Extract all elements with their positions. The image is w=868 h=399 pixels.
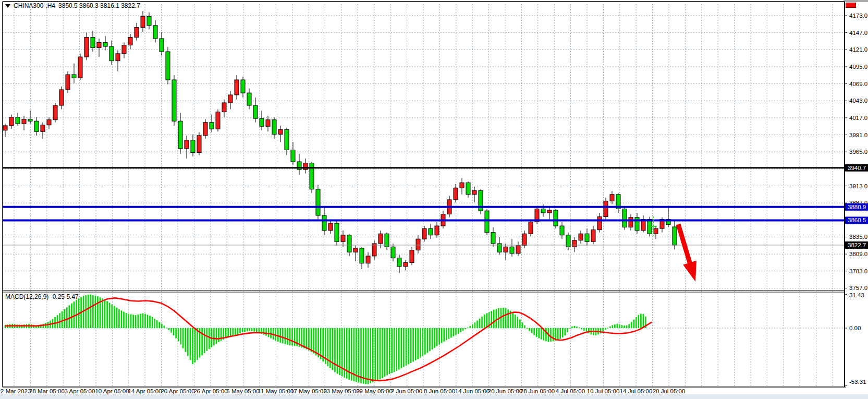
svg-text:5 May 05:00: 5 May 05:00 (226, 388, 259, 394)
price-chart-canvas[interactable]: 4173.04147.04121.04095.04069.04043.04017… (0, 0, 868, 399)
chart-ohlc-values: 3850.5 3860.3 3816.1 3822.7 (58, 2, 140, 9)
svg-text:4017.0: 4017.0 (849, 115, 867, 121)
svg-text:3880.9: 3880.9 (848, 204, 866, 210)
svg-text:3991.0: 3991.0 (849, 132, 867, 138)
svg-text:14 Jun 05:00: 14 Jun 05:00 (455, 388, 490, 394)
svg-text:20 Jun 05:00: 20 Jun 05:00 (488, 388, 523, 394)
svg-text:4147.0: 4147.0 (849, 30, 867, 36)
svg-text:3822.7: 3822.7 (848, 242, 866, 248)
svg-text:4173.0: 4173.0 (849, 13, 867, 19)
svg-text:3809.0: 3809.0 (849, 251, 867, 257)
svg-text:3783.0: 3783.0 (849, 268, 867, 274)
svg-text:0.00: 0.00 (849, 325, 861, 331)
symbol-dropdown-icon[interactable] (5, 4, 10, 8)
macd-indicator-label: MACD(12,26,9) -0.25 5.47 (5, 293, 79, 300)
svg-text:31.43: 31.43 (849, 292, 864, 298)
svg-text:3965.0: 3965.0 (849, 149, 867, 155)
svg-text:3913.0: 3913.0 (849, 183, 867, 189)
svg-text:4069.0: 4069.0 (849, 81, 867, 87)
svg-text:28 Jun 05:00: 28 Jun 05:00 (520, 388, 555, 394)
svg-text:23 May 05:00: 23 May 05:00 (323, 388, 360, 394)
svg-text:10 Apr 05:00: 10 Apr 05:00 (95, 388, 129, 394)
chart-title-bar: CHINA300-,H4 3850.5 3860.3 3816.1 3822.7 (5, 2, 140, 9)
svg-text:4121.0: 4121.0 (849, 46, 867, 53)
svg-text:20 Jul 05:00: 20 Jul 05:00 (653, 388, 686, 394)
svg-text:3940.7: 3940.7 (848, 165, 866, 171)
svg-text:20 Apr 05:00: 20 Apr 05:00 (161, 388, 194, 394)
svg-text:14 Jul 05:00: 14 Jul 05:00 (620, 388, 653, 394)
svg-text:26 Apr 05:00: 26 Apr 05:00 (193, 388, 227, 394)
svg-text:3757.0: 3757.0 (849, 285, 867, 291)
svg-text:3 Apr 05:00: 3 Apr 05:00 (65, 388, 95, 394)
svg-text:4043.0: 4043.0 (849, 98, 867, 104)
svg-text:14 Apr 05:00: 14 Apr 05:00 (128, 388, 162, 394)
svg-text:29 May 05:00: 29 May 05:00 (356, 388, 393, 394)
svg-text:4095.0: 4095.0 (849, 64, 867, 70)
svg-text:2 Jun 05:00: 2 Jun 05:00 (391, 388, 422, 394)
bottom-strip (0, 394, 868, 399)
chart-symbol-period: CHINA300-,H4 (14, 2, 55, 9)
svg-text:3835.0: 3835.0 (849, 234, 867, 240)
svg-text:10 Jul 05:00: 10 Jul 05:00 (587, 388, 620, 394)
svg-text:28 Mar 05:00: 28 Mar 05:00 (29, 388, 65, 394)
svg-text:8 Jun 05:00: 8 Jun 05:00 (424, 388, 455, 394)
svg-text:11 May 05:00: 11 May 05:00 (258, 388, 294, 394)
svg-text:17 May 05:00: 17 May 05:00 (290, 388, 327, 394)
svg-text:22 Mar 2023: 22 Mar 2023 (0, 388, 31, 394)
svg-text:-53.31: -53.31 (849, 379, 866, 385)
svg-text:4 Jul 05:00: 4 Jul 05:00 (556, 388, 585, 394)
chart-window: 4173.04147.04121.04095.04069.04043.04017… (0, 0, 868, 399)
svg-text:3860.5: 3860.5 (848, 217, 866, 223)
